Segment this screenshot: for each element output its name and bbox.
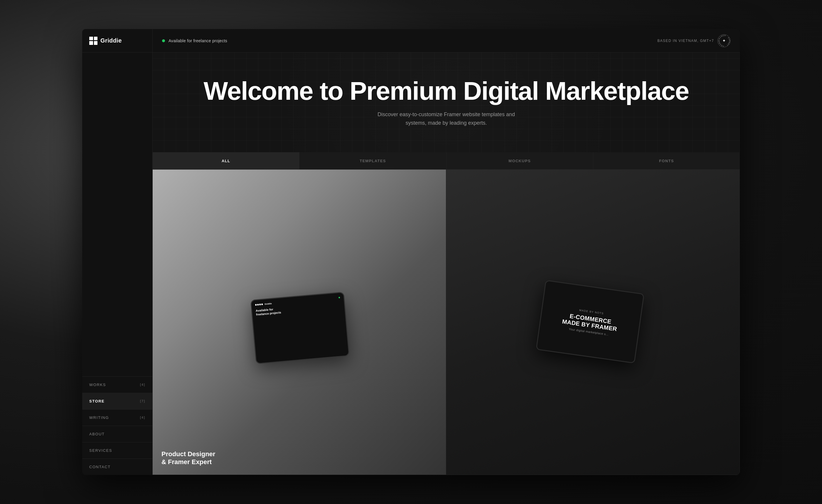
circular-badge-container: FRAMER · EXPERT · FRAMER · EXPERT ✦ [718,34,730,47]
framer-badge[interactable]: FRAMER · EXPERT · FRAMER · EXPERT ✦ [718,34,730,47]
status-dot [162,39,165,42]
hero-title: Welcome to Premium Digital Marketplace [204,77,689,104]
tablet-2-content: MADE BY NOTS E-COMMERCEMADE BY FRAMER Yo… [561,306,619,337]
tablet-screen-1: Griddie Available forfreelance projects [251,293,349,363]
product-card-2[interactable]: MADE BY NOTS E-COMMERCEMADE BY FRAMER Yo… [446,170,740,475]
tablet-mockup-2: MADE BY NOTS E-COMMERCEMADE BY FRAMER Yo… [536,280,645,363]
main-content: Welcome to Premium Digital Marketplace D… [153,53,740,475]
store-tabs: ALL TEMPLATES MOCKUPS FONTS [153,152,740,170]
card-2-bg: MADE BY NOTS E-COMMERCEMADE BY FRAMER Yo… [446,170,740,475]
tab-fonts[interactable]: FONTS [593,152,740,169]
sidebar: Griddie WORKS [4] STORE [7] WRITING [4] … [82,29,153,475]
sidebar-item-contact[interactable]: CONTACT [82,459,152,475]
tablet-status-dot [339,297,340,298]
sidebar-item-store[interactable]: STORE [7] [82,393,152,409]
browser-window: Griddie WORKS [4] STORE [7] WRITING [4] … [82,29,740,475]
sidebar-item-writing[interactable]: WRITING [4] [82,409,152,426]
sidebar-header: Griddie [82,29,152,53]
card-1-bg: Griddie Available forfreelance projects … [153,170,446,475]
card-overlay-text-1: Product Designer& Framer Expert [161,450,215,466]
tablet-logo-small [255,304,263,306]
tab-mockups[interactable]: MOCKUPS [446,152,593,169]
logo-icon [89,37,97,45]
tablet-site-name: Griddie [264,302,272,305]
topbar: Available for freelance projects BASED I… [153,29,740,53]
product-card-1[interactable]: Griddie Available forfreelance projects … [153,170,446,475]
logo-text: Griddie [100,37,122,44]
card-1-title: Product Designer& Framer Expert [161,450,215,466]
sidebar-item-works[interactable]: WORKS [4] [82,376,152,393]
layout: Griddie WORKS [4] STORE [7] WRITING [4] … [82,29,740,475]
hero-section: Welcome to Premium Digital Marketplace D… [153,53,740,152]
product-grid: Griddie Available forfreelance projects … [153,170,740,475]
status-text: Available for freelance projects [168,38,227,43]
sidebar-item-services[interactable]: SERVICES [82,442,152,459]
sidebar-item-about[interactable]: ABOUT [82,426,152,442]
tab-templates[interactable]: TEMPLATES [300,152,446,169]
tablet-mockup-1: Griddie Available forfreelance projects [250,292,349,364]
sidebar-nav: WORKS [4] STORE [7] WRITING [4] ABOUT SE… [82,376,152,475]
right-panel: Available for freelance projects BASED I… [153,29,740,475]
tab-all[interactable]: ALL [153,152,300,169]
hero-subtitle: Discover easy-to-customize Framer websit… [373,110,520,127]
location-text: BASED IN VIETNAM, GMT+7 [657,39,714,43]
framer-center-icon: ✦ [723,39,725,43]
